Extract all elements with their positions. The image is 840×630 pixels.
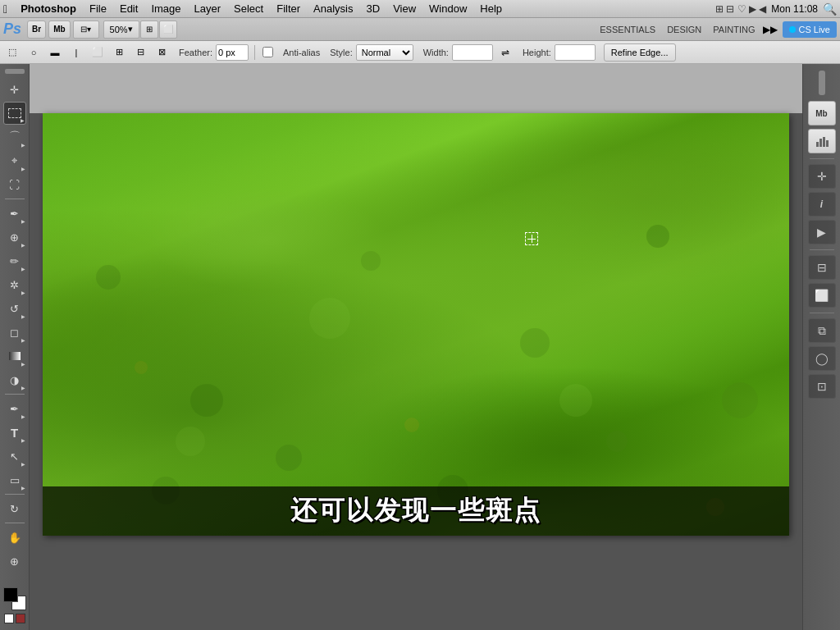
workspace-more-icon[interactable]: ▶▶: [763, 24, 778, 35]
minibrige-button[interactable]: Mb: [48, 21, 70, 39]
crop-tool[interactable]: ⛶: [3, 173, 26, 196]
type-tool[interactable]: T ▶: [3, 421, 26, 444]
view-options-button[interactable]: ⊟▾: [73, 21, 99, 39]
3d-rotate-icon: ↻: [10, 503, 19, 515]
svg-point-11: [404, 418, 419, 432]
zoom-tool[interactable]: ⊕: [3, 550, 26, 573]
right-panel-sep2: [810, 249, 834, 250]
right-play-button[interactable]: ▶: [808, 220, 836, 244]
foreground-background-swatches[interactable]: [3, 587, 26, 610]
elliptical-marquee-option[interactable]: ○: [25, 43, 43, 62]
anti-alias-checkbox[interactable]: [262, 47, 273, 57]
canvas-container: 还可以发现一些斑点: [43, 113, 789, 536]
menu-help[interactable]: Help: [473, 1, 509, 16]
tool-arrow: ▶: [21, 413, 25, 419]
layers-icon: ⧉: [818, 324, 826, 338]
spot-heal-icon: ⊕: [10, 231, 19, 244]
style-label: Style:: [330, 48, 353, 57]
grass-texture-svg: [43, 113, 789, 536]
hand-tool[interactable]: ✋: [3, 526, 26, 549]
right-paths-button[interactable]: ⊡: [808, 374, 836, 399]
svg-point-12: [135, 361, 148, 374]
zoom-value[interactable]: 50%▾: [103, 21, 139, 39]
workspace-essentials[interactable]: ESSENTIALS: [596, 23, 659, 36]
lasso-tool[interactable]: ⌒ ▶: [3, 126, 26, 148]
channels-icon: ◯: [815, 352, 829, 365]
view-options-icon: ⊟▾: [80, 25, 91, 34]
bottom-status: [30, 536, 802, 630]
quick-select-tool[interactable]: ⌖ ▶: [3, 149, 26, 172]
gradient-tool[interactable]: ▶: [3, 345, 26, 368]
quick-mask-button[interactable]: [16, 614, 25, 623]
foreground-color-swatch[interactable]: [3, 587, 18, 602]
right-masks-button[interactable]: ⬜: [808, 283, 836, 308]
3d-rotate-tool[interactable]: ↻: [3, 497, 26, 520]
path-select-icon: ↖: [10, 450, 19, 463]
right-panel-handle[interactable]: [819, 71, 825, 95]
zoom-icon: ⊕: [10, 555, 19, 568]
right-layers-button[interactable]: ⧉: [808, 318, 836, 343]
height-input[interactable]: [555, 44, 596, 61]
right-channels-button[interactable]: ◯: [808, 346, 836, 371]
width-input[interactable]: [452, 44, 493, 61]
clone-stamp-tool[interactable]: ✲ ▶: [3, 273, 26, 296]
right-info-button[interactable]: i: [808, 192, 836, 217]
menu-view[interactable]: View: [386, 1, 422, 16]
svg-rect-19: [826, 140, 829, 147]
menu-edit[interactable]: Edit: [113, 1, 144, 16]
right-compass-button[interactable]: ✛: [808, 164, 836, 189]
dodge-tool[interactable]: ◑ ▶: [3, 368, 26, 391]
feather-input[interactable]: [216, 44, 249, 61]
history-brush-tool[interactable]: ↺ ▶: [3, 297, 26, 320]
new-selection-option[interactable]: ⬜: [89, 43, 107, 62]
menubar-right: ⊞ ⊟ ♡ ▶ ◀ Mon 11:08 🔍: [715, 2, 837, 16]
marquee-tool[interactable]: ▶: [3, 102, 26, 125]
apple-menu[interactable]: : [3, 2, 7, 16]
bridge-button[interactable]: Br: [27, 21, 46, 39]
height-label: Height:: [523, 48, 551, 57]
menu-analysis[interactable]: Analysis: [307, 1, 359, 16]
eraser-tool[interactable]: ◻ ▶: [3, 321, 26, 344]
search-icon[interactable]: 🔍: [823, 2, 837, 16]
menu-image[interactable]: Image: [144, 1, 187, 16]
style-select[interactable]: Normal Fixed Ratio Fixed Size: [356, 44, 413, 61]
workspace-painting[interactable]: PAINTING: [710, 23, 758, 36]
subtract-selection-option[interactable]: ⊟: [131, 43, 149, 62]
refine-edge-button[interactable]: Refine Edge...: [604, 43, 676, 62]
cs-live-button[interactable]: CS Live: [783, 21, 837, 38]
pen-tool[interactable]: ✒ ▶: [3, 397, 26, 420]
menu-file[interactable]: File: [83, 1, 113, 16]
screen-mode[interactable]: ⬜: [159, 21, 177, 39]
left-toolbar: ✛ ▶ ⌒ ▶ ⌖ ▶ ⛶ ✒ ▶ ⊕ ▶ ✏ ▶ ✲: [0, 64, 30, 630]
intersect-selection-option[interactable]: ⊠: [153, 43, 171, 62]
adjustments-icon: ⊟: [817, 261, 827, 274]
type-icon: T: [11, 426, 18, 440]
move-tool[interactable]: ✛: [3, 78, 26, 101]
menu-select[interactable]: Select: [227, 1, 270, 16]
canvas-rotation[interactable]: ⊞: [140, 21, 158, 39]
spot-heal-tool[interactable]: ⊕ ▶: [3, 226, 26, 249]
workspace-design[interactable]: DESIGN: [664, 23, 705, 36]
cursor-crosshair: [527, 234, 536, 244]
toolbar-handle[interactable]: [5, 69, 25, 74]
right-mb-button[interactable]: Mb: [808, 101, 836, 126]
menu-photoshop[interactable]: Photoshop: [14, 1, 83, 16]
add-selection-option[interactable]: ⊞: [110, 43, 128, 62]
eyedropper-tool[interactable]: ✒ ▶: [3, 202, 26, 225]
menu-layer[interactable]: Layer: [188, 1, 228, 16]
brush-tool[interactable]: ✏ ▶: [3, 249, 26, 272]
standard-mode-button[interactable]: [4, 614, 14, 623]
menu-3d[interactable]: 3D: [360, 1, 387, 16]
gradient-icon: [9, 352, 21, 360]
right-histogram-button[interactable]: [808, 129, 836, 153]
right-adjustments-button[interactable]: ⊟: [808, 255, 836, 280]
single-column-option[interactable]: |: [67, 43, 85, 62]
swap-wh-button[interactable]: ⇌: [496, 43, 514, 62]
rectangular-marquee-option[interactable]: ⬚: [3, 43, 21, 62]
menu-window[interactable]: Window: [422, 1, 473, 16]
path-select-tool[interactable]: ↖ ▶: [3, 445, 26, 468]
shape-tool[interactable]: ▭ ▶: [3, 468, 26, 491]
tool-arrow: ▶: [21, 485, 25, 491]
menu-filter[interactable]: Filter: [270, 1, 307, 16]
single-row-option[interactable]: ▬: [46, 43, 64, 62]
